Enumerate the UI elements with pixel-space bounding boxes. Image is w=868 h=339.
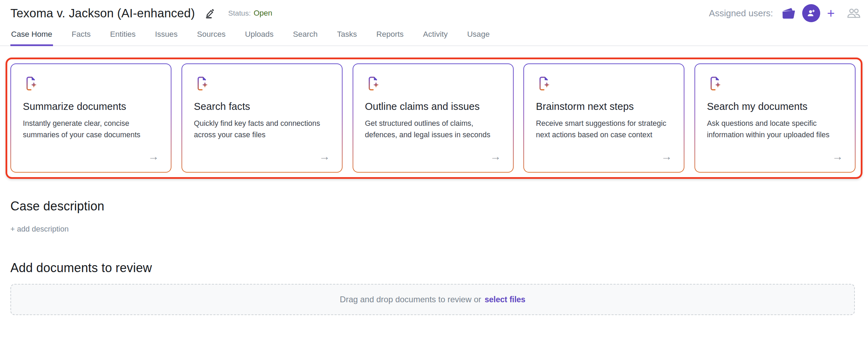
users-icon [847,7,861,20]
card-description: Quickly find key facts and connections a… [194,118,330,141]
edit-title-button[interactable] [204,7,216,19]
card-description: Get structured outlines of claims, defen… [365,118,501,141]
tab-uploads[interactable]: Uploads [244,25,274,46]
arrow-right-icon[interactable]: → [832,150,843,163]
arrow-right-icon[interactable]: → [661,150,672,163]
arrow-right-icon[interactable]: → [148,150,159,163]
ai-card-outline-claims[interactable]: Outline claims and issues Get structured… [353,63,514,173]
document-sparkle-icon [194,75,211,92]
assigned-users-label: Assigned users: [709,8,773,19]
document-sparkle-icon [707,75,724,92]
document-dropzone[interactable]: Drag and drop documents to review or sel… [10,284,855,315]
tab-sources[interactable]: Sources [196,25,227,46]
case-description-heading: Case description [10,199,104,214]
arrow-right-icon[interactable]: → [319,150,330,163]
tab-case-home[interactable]: Case Home [10,25,53,46]
workspace-avatar[interactable] [781,5,797,21]
tab-usage[interactable]: Usage [467,25,490,46]
card-description: Ask questions and locate specific inform… [707,118,843,141]
tab-facts[interactable]: Facts [71,25,91,46]
arrow-right-icon[interactable]: → [490,150,501,163]
case-home-page: Texoma v. Jackson (AI-enhanced) Status: … [0,0,868,339]
tab-issues[interactable]: Issues [154,25,178,46]
select-files-link[interactable]: select files [485,295,525,304]
dropzone-text: Drag and drop documents to review or [340,295,481,304]
plus-icon: + [827,6,835,20]
tab-search[interactable]: Search [292,25,318,46]
ai-card-search-my-documents[interactable]: Search my documents Ask questions and lo… [694,63,856,173]
card-title: Outline claims and issues [365,101,501,112]
add-assignee-button[interactable]: + [825,7,837,20]
page-title: Texoma v. Jackson (AI-enhanced) [10,6,195,20]
status-badge[interactable]: Open [254,9,272,18]
ai-card-search-facts[interactable]: Search facts Quickly find key facts and … [181,63,343,173]
document-sparkle-icon [23,75,39,92]
add-description-link[interactable]: + add description [10,225,69,234]
assigned-users: Assigned users: + [709,4,861,22]
document-sparkle-icon [365,75,382,92]
card-description: Receive smart suggestions for strategic … [536,118,672,141]
card-title: Search my documents [707,101,843,112]
document-sparkle-icon [536,75,552,92]
status-label: Status: [228,9,251,17]
tab-activity[interactable]: Activity [422,25,448,46]
pencil-icon [205,8,216,19]
add-documents-heading: Add documents to review [10,261,152,275]
card-title: Search facts [194,101,330,112]
ai-card-brainstorm-next-steps[interactable]: Brainstorm next steps Receive smart sugg… [523,63,684,173]
person-plus-icon [806,8,816,18]
ai-card-summarize-documents[interactable]: Summarize documents Instantly generate c… [10,63,171,173]
card-description: Instantly generate clear, concise summar… [23,118,159,141]
view-members-button[interactable] [847,7,861,20]
tab-entities[interactable]: Entities [109,25,136,46]
ai-feature-cards: Summarize documents Instantly generate c… [10,63,856,173]
case-status: Status: Open [228,9,272,18]
add-user-avatar-button[interactable] [802,4,820,22]
tab-bar: Case Home Facts Entities Issues Sources … [0,25,868,46]
header: Texoma v. Jackson (AI-enhanced) Status: … [10,3,861,23]
tab-reports[interactable]: Reports [376,25,405,46]
card-title: Brainstorm next steps [536,101,672,112]
tab-tasks[interactable]: Tasks [336,25,358,46]
card-title: Summarize documents [23,101,159,112]
